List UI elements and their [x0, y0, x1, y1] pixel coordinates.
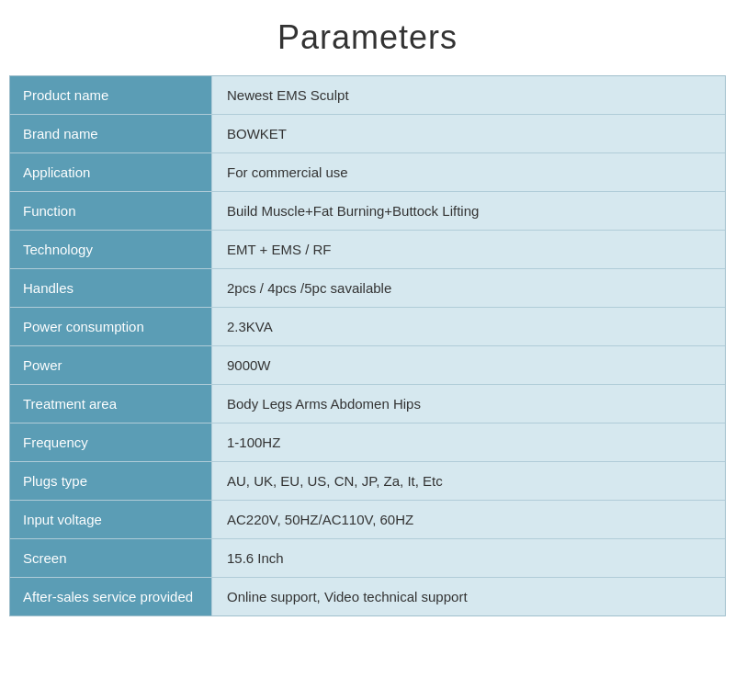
table-row: Treatment areaBody Legs Arms Abdomen Hip…	[10, 385, 725, 423]
row-label: Treatment area	[10, 385, 212, 423]
row-value: For commercial use	[212, 153, 725, 191]
table-row: Product nameNewest EMS Sculpt	[10, 76, 725, 115]
row-value: EMT + EMS / RF	[212, 231, 725, 268]
row-label: Power	[10, 346, 212, 384]
row-label: Application	[10, 153, 212, 191]
table-row: FunctionBuild Muscle+Fat Burning+Buttock…	[10, 192, 725, 231]
table-row: TechnologyEMT + EMS / RF	[10, 231, 725, 269]
table-row: Power consumption2.3KVA	[10, 308, 725, 346]
row-value: AU, UK, EU, US, CN, JP, Za, It, Etc	[212, 462, 725, 500]
row-value: Online support, Video technical support	[212, 578, 725, 615]
table-row: Handles2pcs / 4pcs /5pc savailable	[10, 269, 725, 308]
row-value: 15.6 Inch	[212, 539, 725, 577]
parameters-table: Product nameNewest EMS SculptBrand nameB…	[9, 75, 726, 616]
row-label: Frequency	[10, 423, 212, 461]
row-label: Screen	[10, 539, 212, 577]
row-label: Product name	[10, 76, 212, 114]
table-row: After-sales service providedOnline suppo…	[10, 578, 725, 615]
table-row: Screen15.6 Inch	[10, 539, 725, 578]
row-value: BOWKET	[212, 115, 725, 152]
table-row: Plugs typeAU, UK, EU, US, CN, JP, Za, It…	[10, 462, 725, 501]
row-value: Newest EMS Sculpt	[212, 76, 725, 114]
row-value: 1-100HZ	[212, 423, 725, 461]
table-row: ApplicationFor commercial use	[10, 153, 725, 192]
row-value: 2.3KVA	[212, 308, 725, 345]
page-title: Parameters	[277, 18, 458, 57]
table-row: Power9000W	[10, 346, 725, 385]
row-value: AC220V, 50HZ/AC110V, 60HZ	[212, 501, 725, 538]
row-label: After-sales service provided	[10, 578, 212, 615]
row-label: Technology	[10, 231, 212, 268]
row-label: Handles	[10, 269, 212, 307]
row-label: Function	[10, 192, 212, 230]
row-value: 9000W	[212, 346, 725, 384]
row-value: Build Muscle+Fat Burning+Buttock Lifting	[212, 192, 725, 230]
row-value: Body Legs Arms Abdomen Hips	[212, 385, 725, 423]
row-label: Input voltage	[10, 501, 212, 538]
table-row: Frequency1-100HZ	[10, 423, 725, 462]
table-row: Input voltageAC220V, 50HZ/AC110V, 60HZ	[10, 501, 725, 539]
row-label: Power consumption	[10, 308, 212, 345]
table-row: Brand nameBOWKET	[10, 115, 725, 153]
row-label: Plugs type	[10, 462, 212, 500]
row-value: 2pcs / 4pcs /5pc savailable	[212, 269, 725, 307]
row-label: Brand name	[10, 115, 212, 152]
